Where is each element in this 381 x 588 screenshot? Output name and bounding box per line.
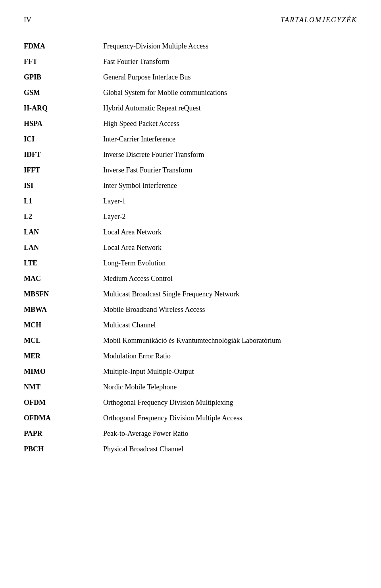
definition: Inter Symbol Interference [103,180,357,191]
definition: Peak-to-Average Power Ratio [103,428,357,439]
definition: Orthogonal Frequency Division Multiplexi… [103,397,357,408]
glossary-row: ISIInter Symbol Interference [24,178,357,193]
abbreviation: GSM [24,87,103,98]
definition: Long-Term Evolution [103,258,357,269]
abbreviation: FDMA [24,41,103,52]
abbreviation: ISI [24,180,103,191]
definition: Mobil Kommunikáció és Kvantumtechnológiá… [103,335,357,346]
abbreviation: GPIB [24,72,103,83]
definition: Global System for Mobile communications [103,87,357,98]
definition: Hybrid Automatic Repeat reQuest [103,103,357,114]
definition: Multicast Channel [103,320,357,331]
definition: Multicast Broadcast Single Frequency Net… [103,289,357,300]
abbreviation: MAC [24,273,103,284]
abbreviation: MCH [24,320,103,331]
definition: Orthogonal Frequency Division Multiple A… [103,413,357,424]
abbreviation: MBSFN [24,289,103,300]
definition: Local Area Network [103,227,357,238]
abbreviation: LTE [24,258,103,269]
definition: Layer-2 [103,211,357,222]
glossary-row: LANLocal Area Network [24,240,357,255]
abbreviation: IDFT [24,149,103,160]
definition: Local Area Network [103,242,357,253]
glossary-row: FDMAFrequency-Division Multiple Access [24,39,357,54]
abbreviation: PBCH [24,444,103,455]
glossary-row: L2Layer-2 [24,209,357,224]
page-header: IV TARTALOMJEGYZÉK [24,16,357,24]
definition: Nordic Mobile Telephone [103,382,357,393]
definition: Modulation Error Ratio [103,351,357,362]
glossary-row: LTELong-Term Evolution [24,255,357,271]
definition: High Speed Packet Access [103,118,357,129]
definition: Mobile Broadband Wireless Access [103,304,357,315]
glossary-row: MERModulation Error Ratio [24,348,357,364]
abbreviation: MER [24,351,103,362]
glossary-row: GSMGlobal System for Mobile communicatio… [24,85,357,101]
glossary-row: MBSFNMulticast Broadcast Single Frequenc… [24,286,357,302]
glossary-list: FDMAFrequency-Division Multiple AccessFF… [24,39,357,457]
glossary-row: PAPRPeak-to-Average Power Ratio [24,426,357,441]
definition: Frequency-Division Multiple Access [103,41,357,52]
glossary-row: FFTFast Fourier Transform [24,54,357,70]
page-title: TARTALOMJEGYZÉK [281,16,357,24]
abbreviation: MIMO [24,366,103,377]
abbreviation: IFFT [24,165,103,176]
glossary-row: NMTNordic Mobile Telephone [24,379,357,395]
glossary-row: OFDMOrthogonal Frequency Division Multip… [24,395,357,410]
glossary-row: MCLMobil Kommunikáció és Kvantumtechnoló… [24,333,357,348]
abbreviation: MBWA [24,304,103,315]
abbreviation: L2 [24,211,103,222]
abbreviation: LAN [24,227,103,238]
definition: Multiple-Input Multiple-Output [103,366,357,377]
definition: Inverse Discrete Fourier Transform [103,149,357,160]
abbreviation: LAN [24,242,103,253]
glossary-row: IDFTInverse Discrete Fourier Transform [24,147,357,162]
definition: Fast Fourier Transform [103,56,357,67]
glossary-row: IFFTInverse Fast Fourier Transform [24,162,357,178]
abbreviation: NMT [24,382,103,393]
abbreviation: L1 [24,196,103,207]
page-number: IV [24,16,31,24]
abbreviation: OFDMA [24,413,103,424]
glossary-row: MACMedium Access Control [24,271,357,286]
glossary-row: L1Layer-1 [24,193,357,209]
abbreviation: OFDM [24,397,103,408]
abbreviation: ICI [24,134,103,145]
definition: Layer-1 [103,196,357,207]
abbreviation: HSPA [24,118,103,129]
glossary-row: LANLocal Area Network [24,224,357,240]
glossary-row: HSPAHigh Speed Packet Access [24,116,357,132]
definition: Medium Access Control [103,273,357,284]
glossary-row: MCHMulticast Channel [24,317,357,333]
definition: Physical Broadcast Channel [103,444,357,455]
glossary-row: MBWAMobile Broadband Wireless Access [24,302,357,317]
glossary-row: H-ARQHybrid Automatic Repeat reQuest [24,101,357,116]
abbreviation: PAPR [24,428,103,439]
definition: Inverse Fast Fourier Transform [103,165,357,176]
abbreviation: H-ARQ [24,103,103,114]
glossary-row: PBCHPhysical Broadcast Channel [24,441,357,457]
definition: Inter-Carrier Interference [103,134,357,145]
abbreviation: MCL [24,335,103,346]
glossary-row: MIMOMultiple-Input Multiple-Output [24,364,357,379]
definition: General Purpose Interface Bus [103,72,357,83]
glossary-row: OFDMAOrthogonal Frequency Division Multi… [24,410,357,426]
glossary-row: GPIBGeneral Purpose Interface Bus [24,70,357,85]
abbreviation: FFT [24,56,103,67]
glossary-row: ICIInter-Carrier Interference [24,132,357,147]
